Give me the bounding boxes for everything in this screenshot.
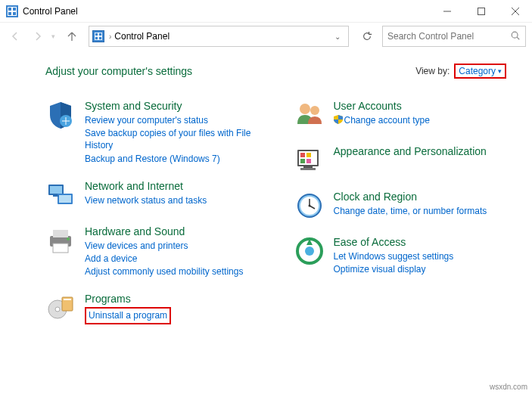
svg-rect-38: [306, 159, 311, 163]
svg-point-45: [308, 205, 310, 207]
uac-shield-icon: [334, 115, 343, 127]
title-bar: Control Panel: [0, 0, 532, 23]
appearance-icon: [294, 145, 325, 175]
maximize-button[interactable]: [464, 0, 498, 23]
category-appearance: Appearance and Personalization: [294, 145, 516, 175]
category-link[interactable]: Change account type: [334, 114, 430, 127]
svg-rect-24: [53, 230, 68, 237]
svg-rect-7: [478, 8, 484, 14]
svg-line-16: [517, 37, 519, 39]
view-by-value: Category: [459, 66, 496, 76]
svg-rect-5: [13, 12, 16, 15]
category-title[interactable]: Network and Internet: [85, 180, 207, 192]
chevron-down-icon: ▾: [498, 67, 502, 75]
svg-rect-4: [8, 12, 11, 15]
programs-icon: [45, 293, 76, 323]
category-system-security: System and Security Review your computer…: [45, 100, 267, 165]
ease-of-access-icon: [294, 236, 325, 266]
recent-dropdown-icon[interactable]: ▾: [51, 33, 55, 40]
back-button[interactable]: [6, 27, 24, 45]
category-link[interactable]: Let Windows suggest settings: [334, 250, 454, 262]
window-title: Control Panel: [23, 6, 430, 17]
category-ease-of-access: Ease of Access Let Windows suggest setti…: [294, 236, 516, 275]
svg-rect-12: [99, 33, 101, 36]
svg-point-28: [55, 307, 60, 312]
address-dropdown-icon[interactable]: ⌄: [330, 33, 345, 41]
category-link[interactable]: Optimize visual display: [334, 263, 454, 275]
category-link[interactable]: Add a device: [85, 253, 243, 265]
clock-icon: [294, 191, 325, 221]
svg-rect-21: [59, 195, 71, 203]
printer-icon: [45, 225, 76, 256]
view-by-control: View by: Category ▾: [415, 64, 506, 79]
navigation-bar: ▾ › Control Panel ⌄: [0, 23, 532, 50]
svg-rect-30: [64, 299, 71, 300]
category-title[interactable]: Ease of Access: [334, 236, 454, 248]
svg-rect-19: [50, 186, 62, 194]
svg-rect-35: [300, 153, 305, 157]
refresh-button[interactable]: [356, 26, 378, 47]
control-panel-icon: [6, 5, 18, 17]
view-by-highlight: Category ▾: [454, 64, 506, 79]
close-button[interactable]: [498, 0, 532, 23]
category-link[interactable]: Change date, time, or number formats: [334, 205, 487, 217]
category-network-internet: Network and Internet View network status…: [45, 180, 267, 210]
search-input[interactable]: [387, 31, 510, 42]
category-hardware-sound: Hardware and Sound View devices and prin…: [45, 225, 267, 278]
uninstall-program-link[interactable]: Uninstall a program: [89, 310, 167, 321]
svg-point-31: [300, 104, 310, 114]
svg-rect-13: [95, 37, 98, 39]
svg-rect-37: [300, 159, 305, 163]
category-link[interactable]: Backup and Restore (Windows 7): [85, 153, 267, 165]
svg-rect-11: [95, 33, 98, 36]
svg-point-47: [305, 247, 314, 256]
category-title[interactable]: Programs: [85, 293, 171, 305]
category-title[interactable]: System and Security: [85, 100, 267, 112]
content-header: Adjust your computer's settings View by:…: [45, 64, 515, 79]
category-title[interactable]: Clock and Region: [334, 191, 487, 203]
category-title[interactable]: User Accounts: [334, 100, 430, 112]
view-by-label: View by:: [415, 66, 450, 76]
category-link[interactable]: View network status and tasks: [85, 194, 207, 206]
minimize-button[interactable]: [430, 0, 464, 23]
category-user-accounts: User Accounts Change account type: [294, 100, 516, 130]
svg-rect-3: [13, 8, 16, 11]
category-title[interactable]: Hardware and Sound: [85, 225, 243, 237]
right-column: User Accounts Change account type Appear…: [294, 100, 516, 324]
search-icon[interactable]: [510, 30, 521, 43]
watermark: wsxdn.com: [490, 383, 527, 391]
content-area: Adjust your computer's settings View by:…: [0, 50, 532, 332]
category-link[interactable]: Review your computer's status: [85, 114, 267, 126]
shield-icon: [45, 100, 76, 130]
svg-point-32: [310, 106, 319, 115]
category-link[interactable]: View devices and printers: [85, 240, 243, 252]
user-accounts-icon: [294, 100, 325, 130]
svg-rect-2: [8, 8, 11, 11]
up-button[interactable]: [63, 27, 81, 45]
uninstall-highlight: Uninstall a program: [85, 307, 171, 324]
breadcrumb-item[interactable]: Control Panel: [114, 31, 170, 42]
forward-button[interactable]: [29, 27, 47, 45]
page-heading: Adjust your computer's settings: [45, 65, 192, 77]
chevron-right-icon[interactable]: ›: [106, 33, 114, 41]
svg-rect-22: [53, 195, 59, 197]
category-link[interactable]: Adjust commonly used mobility settings: [85, 265, 243, 278]
svg-point-15: [512, 32, 518, 38]
view-by-dropdown[interactable]: Category ▾: [459, 66, 502, 76]
left-column: System and Security Review your computer…: [45, 100, 267, 324]
category-title[interactable]: Appearance and Personalization: [334, 145, 487, 157]
category-programs: Programs Uninstall a program: [45, 293, 267, 324]
svg-rect-40: [300, 168, 316, 170]
search-box[interactable]: [382, 26, 526, 47]
svg-rect-25: [53, 244, 68, 253]
svg-point-26: [67, 237, 70, 240]
svg-rect-39: [303, 166, 313, 168]
category-link[interactable]: Save backup copies of your files with Fi…: [85, 127, 267, 151]
control-panel-icon: [92, 30, 104, 42]
address-bar[interactable]: › Control Panel ⌄: [89, 26, 349, 47]
svg-rect-14: [99, 37, 101, 39]
network-icon: [45, 180, 76, 210]
svg-rect-36: [306, 153, 311, 157]
category-columns: System and Security Review your computer…: [45, 100, 515, 324]
category-clock-region: Clock and Region Change date, time, or n…: [294, 191, 516, 221]
